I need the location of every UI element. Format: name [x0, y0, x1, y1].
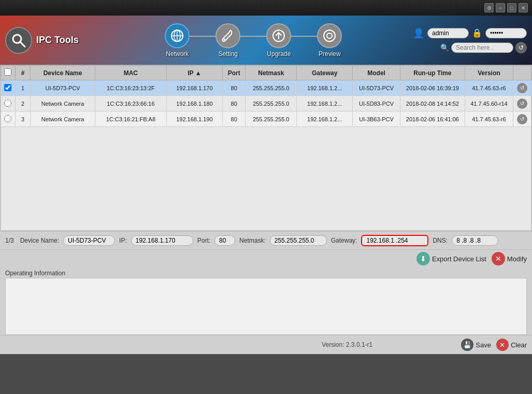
- search-row: 🔍 ↺: [440, 42, 527, 53]
- row1-checkbox[interactable]: [4, 84, 11, 91]
- row3-action[interactable]: ↺: [513, 111, 531, 127]
- minimize-button[interactable]: ─: [496, 3, 505, 12]
- row2-version: 41.7.45.60-r14: [465, 96, 513, 111]
- modify-label: Modify: [507, 255, 527, 263]
- nav-step-network[interactable]: Network: [165, 23, 190, 58]
- export-icon: ⬇: [416, 252, 430, 265]
- row2-mac: 1C:C3:16:23:66:16: [95, 96, 166, 111]
- row1-check: [1, 80, 16, 96]
- password-input[interactable]: [485, 28, 527, 38]
- row3-gateway: 192.168.1.2...: [297, 111, 353, 127]
- footer-version: Version: 2.3.0.1-r1: [233, 341, 461, 348]
- row1-action[interactable]: ↺: [513, 80, 531, 96]
- row3-num: 3: [15, 111, 30, 127]
- row3-refresh-btn[interactable]: ↺: [517, 114, 527, 124]
- close-button[interactable]: ✕: [519, 3, 528, 12]
- nav-step-setting[interactable]: Setting: [215, 23, 240, 58]
- preview-step-label: Preview: [319, 50, 341, 58]
- row3-port: 80: [222, 111, 245, 127]
- titlebar: ⚙ ─ □ ✕: [0, 0, 532, 16]
- header-mac-col: MAC: [95, 66, 166, 80]
- row3-model: UI-3B63-PCV: [353, 111, 400, 127]
- table-header-row: # Device Name MAC IP ▲ Port Netmask Gate…: [1, 66, 531, 80]
- row1-num: 1: [15, 80, 30, 96]
- lock-icon: 🔒: [472, 28, 482, 38]
- header-netmask-col: Netmask: [246, 66, 297, 80]
- row2-netmask: 255.255.255.0: [246, 96, 297, 111]
- setting-step-label: Setting: [219, 50, 238, 58]
- port-input[interactable]: [214, 235, 235, 246]
- gateway-input[interactable]: [361, 235, 428, 246]
- dns-input[interactable]: [452, 235, 498, 246]
- action-bar: ⬇ Export Device List ✕ Modify: [0, 249, 532, 268]
- row1-mac: 1C:C3:16:23:13:2F: [95, 80, 166, 96]
- nav-connector-3: [291, 36, 317, 37]
- svg-line-1: [20, 42, 25, 47]
- row2-check: [1, 96, 16, 111]
- device-name-input[interactable]: [63, 235, 115, 246]
- row1-version: 41.7.45.63-r6: [465, 80, 513, 96]
- search-logo-svg: [10, 32, 27, 49]
- ip-input[interactable]: [131, 235, 193, 246]
- wrench-icon: [221, 29, 235, 43]
- globe-icon: [170, 29, 184, 43]
- device-count: 1/3: [5, 237, 14, 244]
- header-right: 👤 🔒 🔍 ↺: [413, 27, 527, 53]
- clear-button[interactable]: ✕ Clear: [496, 339, 527, 351]
- main-content: # Device Name MAC IP ▲ Port Netmask Gate…: [0, 65, 532, 354]
- user-icon: 👤: [413, 27, 424, 39]
- header-checkbox-col: [1, 66, 16, 80]
- settings-button[interactable]: ⚙: [484, 3, 494, 12]
- table-row[interactable]: 3 Network Camera 1C:C3:16:21:FB:A8 192.1…: [1, 111, 531, 127]
- ip-label: IP:: [119, 237, 127, 244]
- row1-port: 80: [222, 80, 245, 96]
- header-model-col: Model: [353, 66, 400, 80]
- header-runtime-col: Run-up Time: [400, 66, 465, 80]
- logo: IPC Tools: [5, 27, 79, 54]
- row1-device-name: UI-5D73-PCV: [31, 80, 95, 96]
- table-body: 1 UI-5D73-PCV 1C:C3:16:23:13:2F 192.168.…: [1, 80, 531, 231]
- empty-space-cell: [1, 127, 531, 231]
- upgrade-icon: [271, 29, 286, 43]
- save-label: Save: [476, 341, 491, 349]
- row2-action[interactable]: ↺: [513, 96, 531, 111]
- header-ip-col: IP ▲: [166, 66, 222, 80]
- save-button[interactable]: 💾 Save: [461, 339, 491, 351]
- upgrade-step-icon: [266, 23, 291, 48]
- device-table: # Device Name MAC IP ▲ Port Netmask Gate…: [1, 65, 531, 231]
- nav-step-preview[interactable]: Preview: [317, 23, 342, 58]
- empty-space-row: [1, 127, 531, 231]
- row2-refresh-btn[interactable]: ↺: [517, 98, 527, 109]
- port-label: Port:: [197, 237, 210, 244]
- network-step-label: Network: [166, 50, 189, 58]
- row3-check: [1, 111, 16, 127]
- nav-steps: Network Setting Upgrade: [94, 23, 413, 58]
- export-button[interactable]: ⬇ Export Device List: [416, 252, 486, 265]
- table-row[interactable]: 1 UI-5D73-PCV 1C:C3:16:23:13:2F 192.168.…: [1, 80, 531, 96]
- header-num-col: #: [15, 66, 30, 80]
- header-port-col: Port: [222, 66, 245, 80]
- header-top-row: 👤 🔒: [413, 27, 527, 39]
- username-input[interactable]: [427, 28, 469, 38]
- refresh-button[interactable]: ↺: [515, 42, 527, 53]
- row1-refresh-btn[interactable]: ↺: [517, 83, 527, 93]
- row2-runtime: 2018-02-08 14:14:52: [400, 96, 465, 111]
- netmask-input[interactable]: [270, 235, 327, 246]
- row1-model: UI-5D73-PCV: [353, 80, 400, 96]
- preview-step-icon: [317, 23, 342, 48]
- nav-step-upgrade[interactable]: Upgrade: [266, 23, 291, 58]
- row2-ip: 192.168.1.180: [166, 96, 222, 111]
- row2-radio[interactable]: [4, 100, 11, 107]
- row3-netmask: 255.255.255.0: [246, 111, 297, 127]
- device-table-container: # Device Name MAC IP ▲ Port Netmask Gate…: [0, 65, 532, 231]
- row3-radio[interactable]: [4, 115, 11, 122]
- search-input[interactable]: [451, 43, 513, 53]
- restore-button[interactable]: □: [507, 3, 516, 12]
- table-row[interactable]: 2 Network Camera 1C:C3:16:23:66:16 192.1…: [1, 96, 531, 111]
- modify-button[interactable]: ✕ Modify: [492, 252, 527, 265]
- select-all-checkbox[interactable]: [4, 68, 11, 76]
- device-name-label: Device Name:: [20, 237, 59, 244]
- header-device-name-col: Device Name: [31, 66, 95, 80]
- header-gateway-col: Gateway: [297, 66, 353, 80]
- row1-netmask: 255.255.255.0: [246, 80, 297, 96]
